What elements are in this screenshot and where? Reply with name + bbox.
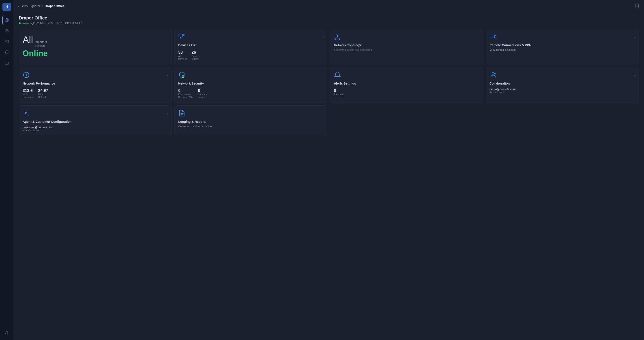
agent-config-icon — [22, 110, 30, 118]
card-network-security[interactable]: › Network Security 0 DiscoveredDevices (… — [174, 67, 327, 103]
back-button[interactable]: ‹ — [18, 4, 19, 8]
breadcrumb-separator: / — [42, 4, 43, 8]
all-label: All — [22, 35, 33, 44]
topbar-bookmark-icon[interactable] — [634, 3, 640, 9]
breadcrumb: ‹ Sites Explorer / Draper Office — [18, 4, 64, 8]
online-devices-label: DevicesOnline — [192, 55, 200, 60]
svg-rect-11 — [184, 34, 185, 36]
collaboration-email: demo@domotz.com — [490, 87, 635, 91]
separator: | — [54, 21, 55, 25]
sidebar-item-ticket[interactable] — [2, 59, 11, 67]
dashboard-grid: All importantdevices Online — [19, 29, 639, 136]
card-remote-connections[interactable]: › Remote Connections & VPN VPN Tunnel is… — [486, 29, 639, 64]
collaboration-chevron: › — [634, 74, 635, 77]
network-performance-title: Network Performance — [22, 82, 168, 85]
svg-point-9 — [6, 331, 8, 333]
page-title: Draper Office — [19, 15, 639, 20]
all-devices-label: AllDevices — [178, 55, 187, 60]
svg-point-3 — [6, 29, 7, 30]
network-performance-icon — [22, 71, 30, 79]
svg-point-4 — [7, 29, 8, 30]
logging-reports-chevron: › — [322, 112, 324, 115]
agent-config-role: Your Customer — [22, 129, 168, 132]
svg-point-14 — [337, 34, 338, 35]
alerts-settings-chevron: › — [478, 74, 479, 77]
network-topology-subtitle: See how devices are connected — [334, 48, 479, 60]
content-area: Draper Office online @192.168.1.250 | 00… — [14, 11, 644, 340]
remote-connections-icon — [490, 33, 497, 41]
svg-rect-5 — [5, 40, 8, 43]
card-agent-config[interactable]: › Agent & Customer Configuration custome… — [19, 105, 172, 136]
card-network-topology[interactable]: › Network Topology See how devices are c… — [330, 29, 483, 64]
agent-config-title: Agent & Customer Configuration — [22, 120, 168, 123]
network-topology-icon — [334, 33, 341, 41]
mac-address: 00:1F:BB:ED:A4:F0 — [57, 21, 82, 25]
logging-reports-icon — [178, 110, 186, 118]
card-logging-reports[interactable]: › Logging & Reports Get reports and log … — [174, 105, 327, 136]
personal-alerts-value: 0 — [334, 88, 344, 93]
agent-config-chevron: › — [167, 112, 168, 115]
sidebar-item-bell[interactable] — [2, 48, 11, 57]
card-collaboration[interactable]: › Collaboration demo@domotz.com Agent Ow… — [486, 67, 639, 103]
svg-point-25 — [492, 72, 494, 75]
remote-connections-title: Remote Connections & VPN — [490, 43, 635, 47]
svg-point-23 — [26, 74, 27, 75]
devices-list-icon — [178, 33, 186, 41]
network-security-stats: 0 DiscoveredDevices (24h) 0 SecurityIssu… — [178, 88, 324, 98]
alerts-settings-icon — [334, 71, 341, 79]
network-performance-stats: 313.6 Mb/sDownload 24.97 Mb/sUpload — [22, 88, 168, 98]
online-devices-count: 26 — [192, 50, 200, 55]
online-status: online — [19, 21, 29, 25]
svg-line-20 — [338, 37, 339, 38]
topbar: ‹ Sites Explorer / Draper Office — [14, 0, 644, 11]
main-content: ‹ Sites Explorer / Draper Office Draper … — [14, 0, 644, 340]
card-network-performance[interactable]: › Network Performance 313.6 Mb/sDownload… — [19, 67, 172, 103]
sidebar-item-user[interactable] — [2, 328, 11, 337]
issues-label: SecurityIssues — [198, 93, 207, 98]
sidebar-item-group[interactable] — [2, 26, 11, 35]
network-topology-chevron: › — [478, 35, 479, 39]
collaboration-title: Collaboration — [490, 82, 635, 85]
svg-rect-21 — [490, 35, 494, 38]
online-dot — [19, 22, 20, 24]
vpn-status: VPN Tunnel is Closed — [490, 48, 635, 60]
devices-list-chevron: › — [322, 35, 324, 39]
ip-address: @192.168.1.250 — [31, 21, 52, 25]
remote-connections-chevron: › — [634, 35, 635, 39]
svg-rect-10 — [179, 34, 183, 37]
alerts-settings-title: Alerts Settings — [334, 82, 479, 85]
network-security-title: Network Security — [178, 82, 324, 85]
app-logo[interactable]: d — [2, 3, 11, 11]
page-subtitle: online @192.168.1.250 | 00:1F:BB:ED:A4:F… — [19, 21, 639, 25]
sidebar-item-idcard[interactable] — [2, 37, 11, 46]
discovered-value: 0 — [178, 88, 194, 93]
collaboration-icon — [490, 71, 497, 79]
network-topology-title: Network Topology — [334, 43, 479, 47]
breadcrumb-parent[interactable]: Sites Explorer — [21, 4, 40, 8]
network-performance-chevron: › — [167, 74, 168, 77]
upload-label: Mb/sUpload — [38, 93, 48, 98]
issues-value: 0 — [198, 88, 207, 93]
card-all-devices[interactable]: All importantdevices Online — [19, 29, 172, 64]
breadcrumb-current: Draper Office — [45, 4, 65, 8]
network-security-icon — [178, 71, 186, 79]
download-value: 313.6 — [22, 88, 34, 93]
online-status-large: Online — [22, 49, 168, 58]
personal-alerts-label: Personal — [334, 93, 344, 96]
status-text: online — [22, 21, 29, 25]
svg-point-6 — [6, 41, 6, 42]
card-devices-list[interactable]: › Devices List 38 AllDevices 26 DevicesO… — [174, 29, 327, 64]
logging-reports-subtitle: Get reports and log activities — [178, 125, 324, 132]
svg-point-26 — [25, 112, 27, 114]
sidebar: d — [0, 0, 14, 340]
agent-config-email: customer@domotz.com — [22, 126, 168, 129]
network-security-chevron: › — [322, 74, 324, 77]
logging-reports-title: Logging & Reports — [178, 120, 324, 123]
upload-value: 24.97 — [38, 88, 48, 93]
download-label: Mb/sDownload — [22, 93, 34, 98]
discovered-label: DiscoveredDevices (24h) — [178, 93, 194, 98]
svg-line-19 — [336, 37, 337, 38]
card-alerts-settings[interactable]: › Alerts Settings 0 Personal — [330, 67, 483, 103]
sidebar-item-globe[interactable] — [2, 16, 11, 24]
alerts-settings-stats: 0 Personal — [334, 88, 479, 96]
